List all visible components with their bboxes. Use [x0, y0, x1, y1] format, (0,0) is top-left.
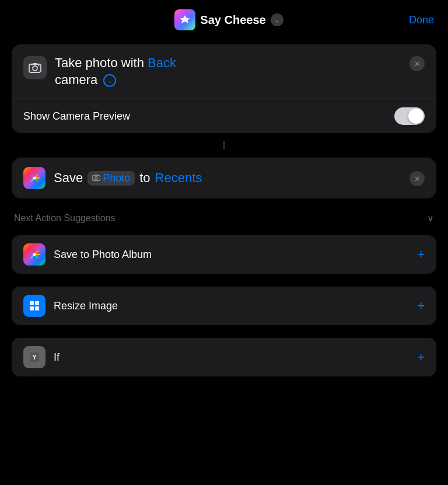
suggestion-resize-icon [23, 295, 46, 317]
camera-preview-label: Show Camera Preview [23, 110, 130, 123]
suggestion-if-icon: Y [23, 346, 46, 368]
save-photo-card: Save Photo to Recents ✕ [12, 158, 436, 198]
take-photo-back-link[interactable]: Back [148, 55, 176, 70]
done-button[interactable]: Done [409, 14, 434, 26]
svg-rect-15 [95, 175, 98, 176]
svg-rect-27 [35, 306, 39, 310]
take-photo-text: Take photo with Back camera ⌄ [55, 55, 404, 88]
suggestions-header: Next Action Suggestions ∨ [12, 205, 436, 228]
save-label: Save [54, 170, 83, 186]
suggestion-label-3: If [54, 351, 60, 364]
camera-action-icon [23, 56, 47, 79]
photos-action-icon [23, 167, 46, 189]
camera-preview-toggle[interactable] [394, 107, 425, 125]
save-photo-close-button[interactable]: ✕ [410, 171, 425, 186]
svg-point-12 [33, 177, 36, 180]
suggestion-add-button-3[interactable]: + [417, 350, 425, 365]
svg-rect-2 [33, 63, 37, 65]
shortcut-title: Say Cheese [200, 13, 265, 27]
svg-text:Y: Y [33, 354, 37, 361]
svg-rect-24 [30, 301, 34, 305]
suggestion-label-2: Resize Image [54, 300, 118, 312]
save-photo-text: Save Photo to Recents [54, 170, 202, 186]
suggestions-title: Next Action Suggestions [14, 213, 115, 224]
svg-rect-26 [30, 306, 34, 310]
toggle-knob [408, 109, 424, 124]
svg-point-23 [33, 253, 36, 256]
connector [12, 140, 436, 151]
suggestion-save-photo-album[interactable]: Save to Photo Album + [12, 235, 436, 274]
suggestion-if[interactable]: Y If + [12, 338, 436, 376]
take-photo-card: Take photo with Back camera ⌄ ✕ Show Cam… [12, 44, 436, 133]
recents-link[interactable]: Recents [155, 170, 202, 186]
main-content: Take photo with Back camera ⌄ ✕ Show Cam… [0, 40, 448, 387]
svg-point-3 [38, 65, 40, 67]
svg-rect-25 [35, 301, 39, 305]
take-photo-prefix: Take photo with [55, 55, 148, 70]
take-photo-camera: camera [55, 72, 97, 87]
to-label: to [139, 170, 150, 186]
take-photo-close-button[interactable]: ✕ [410, 56, 425, 71]
suggestion-photos-icon [23, 243, 46, 266]
suggestion-label-1: Save to Photo Album [54, 249, 152, 261]
take-photo-content: Take photo with Back camera ⌄ [23, 55, 404, 88]
svg-point-1 [33, 66, 37, 71]
suggestions-chevron-icon[interactable]: ∨ [427, 212, 434, 224]
suggestion-left-2: Resize Image [23, 295, 118, 317]
save-photo-left: Save Photo to Recents [23, 167, 404, 189]
suggestion-add-button-1[interactable]: + [417, 247, 425, 262]
svg-rect-0 [29, 64, 41, 72]
camera-chevron-icon[interactable]: ⌄ [103, 74, 116, 87]
header-center: Say Cheese ⌄ [174, 9, 283, 30]
suggestion-left-3: Y If [23, 346, 60, 368]
suggestion-add-button-2[interactable]: + [417, 298, 425, 313]
suggestion-left-1: Save to Photo Album [23, 243, 152, 266]
title-chevron-icon[interactable]: ⌄ [271, 13, 284, 26]
suggestion-resize-image[interactable]: Resize Image + [12, 287, 436, 325]
shortcuts-app-icon [174, 9, 195, 30]
camera-preview-row: Show Camera Preview [12, 99, 436, 133]
header: Say Cheese ⌄ Done [0, 0, 448, 40]
photo-chip-label: Photo [103, 172, 130, 184]
svg-point-14 [95, 177, 98, 180]
take-photo-card-top: Take photo with Back camera ⌄ ✕ [12, 44, 436, 99]
photo-chip[interactable]: Photo [88, 171, 135, 186]
connector-line [223, 141, 225, 149]
